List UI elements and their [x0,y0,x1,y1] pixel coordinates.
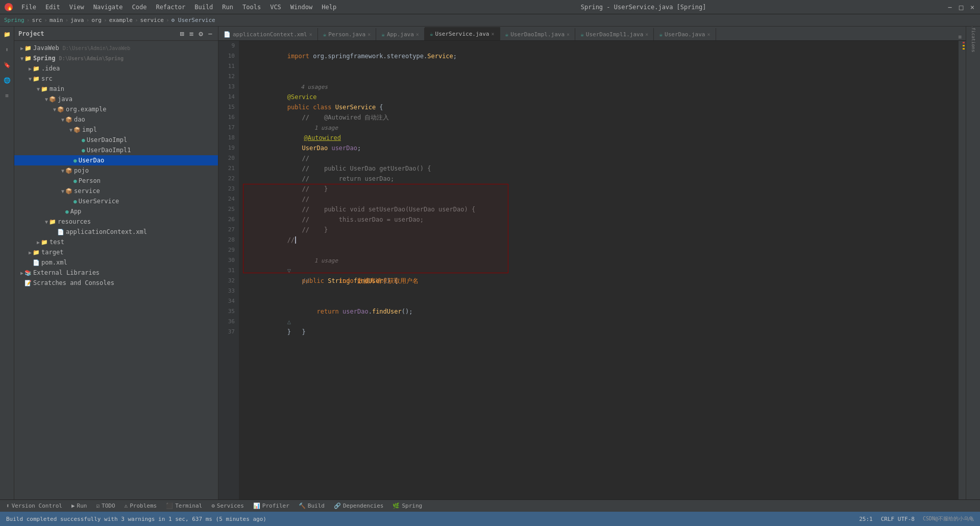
terminal-label: Terminal [175,503,202,509]
tree-item-resources[interactable]: ▼ 📁 resources [14,217,218,227]
project-icon[interactable]: 📁 [2,29,13,40]
web-icon[interactable]: 🌐 [2,75,13,86]
tree-item-target[interactable]: ▶ 📁 target [14,247,218,257]
java-tab-icon: ☕ [381,31,385,38]
tree-item-userservice[interactable]: ▶ ● UserService [14,196,218,206]
breadcrumb-service[interactable]: service [140,17,164,23]
window-title: Spring - UserService.java [Spring] [340,4,946,11]
tree-item-test[interactable]: ▶ 📁 test [14,237,218,247]
tab-close-icon[interactable]: × [309,32,312,37]
tab-run[interactable]: ▶ Run [67,500,91,512]
tab-spring[interactable]: 🌿 Spring [388,500,426,512]
menu-refactor[interactable]: Refactor [152,3,189,12]
tree-item-pomxml[interactable]: ▶ 📄 pom.xml [14,257,218,268]
tab-userdaoimpl[interactable]: ☕ UserDaoImpl.java × [500,28,576,40]
menu-window[interactable]: Window [286,3,316,12]
tree-item-impl[interactable]: ▼ 📦 impl [14,125,218,135]
tree-item-scratches[interactable]: ▶ 📝 Scratches and Consoles [14,278,218,288]
menu-navigate[interactable]: Navigate [89,3,127,12]
notifications-icon[interactable]: Notifications [968,29,979,40]
tab-person[interactable]: ☕ Person.java × [318,28,377,40]
menu-file[interactable]: File [17,3,40,12]
tab-app[interactable]: ☕ App.java × [376,28,425,40]
tab-close-icon[interactable]: × [707,32,710,37]
tree-item-applicationcontext[interactable]: ▶ 📄 applicationContext.xml [14,227,218,237]
minimize-button[interactable]: − [946,4,953,11]
tab-userdaoimpl1[interactable]: ☕ UserDaoImpl1.java × [575,28,654,40]
menu-tools[interactable]: Tools [238,3,265,12]
bookmark-icon[interactable]: 🔖 [2,59,13,70]
sidebar-toolbar: ⊞ ≡ ⚙ − [178,29,214,38]
menu-build[interactable]: Build [190,3,217,12]
breadcrumb-src[interactable]: src [32,17,42,23]
tree-label: service [74,187,100,195]
java-file-icon: ● [65,208,69,215]
tab-todo[interactable]: ☑ TODO [92,500,119,512]
tree-item-spring[interactable]: ▼ 📁 Spring D:\Users\Admin\Spring [14,53,218,63]
code-line-33 [243,286,954,296]
tree-item-javaweb[interactable]: ▶ 📁 JavaWeb D:\Users\Admin\JavaWeb [14,43,218,53]
tab-close-icon[interactable]: × [416,32,419,37]
close-button[interactable]: × [969,4,976,11]
tab-close-icon[interactable]: × [368,32,371,37]
tab-userdao[interactable]: ☕ UserDao.java × [654,28,716,40]
folder-icon: 📁 [41,86,48,92]
tab-services[interactable]: ⚙ Services [207,500,248,512]
tree-item-org-example[interactable]: ▼ 📦 org.example [14,104,218,114]
tab-dependencies[interactable]: 🔗 Dependencies [330,500,387,512]
tree-item-pojo[interactable]: ▼ 📦 pojo [14,165,218,176]
tab-version-control[interactable]: ⬆ Version Control [2,500,66,512]
tree-item-dao[interactable]: ▼ 📦 dao [14,114,218,125]
menu-code[interactable]: Code [128,3,151,12]
code-content[interactable]: import org.springframework.stereotype.Se… [239,41,959,499]
tab-close-icon[interactable]: × [645,32,648,37]
tab-applicationcontext[interactable]: 📄 applicationContext.xml × [218,28,318,40]
scrollbar[interactable] [959,41,966,499]
commit-icon[interactable]: ⬆ [2,44,13,55]
encoding-indicator: CRLF UTF-8 [881,516,915,522]
tab-terminal[interactable]: ⬛ Terminal [162,500,206,512]
tab-build[interactable]: 🔨 Build [295,500,329,512]
tab-profiler[interactable]: 📊 Profiler [249,500,293,512]
tree-item-main[interactable]: ▼ 📁 main [14,84,218,94]
tree-item-external-libs[interactable]: ▶ 📚 External Libraries [14,268,218,278]
menu-help[interactable]: Help [317,3,340,12]
menu-view[interactable]: View [65,3,88,12]
tree-item-java[interactable]: ▼ 📦 java [14,94,218,104]
xml-file-icon: 📄 [33,259,40,266]
sidebar-expand-icon[interactable]: ⊞ [178,29,185,38]
breadcrumb-example[interactable]: example [109,17,133,23]
tab-close-icon[interactable]: × [567,32,570,37]
code-line-26: // } [243,214,954,225]
tab-problems[interactable]: ⚠ Problems [120,500,161,512]
menu-run[interactable]: Run [218,3,237,12]
sidebar-minimize-icon[interactable]: − [207,29,214,38]
structure-icon[interactable]: ≡ [2,90,13,101]
sidebar-settings-icon[interactable]: ⚙ [197,29,204,38]
todo-label: TODO [102,503,115,509]
tree-item-app[interactable]: ▶ ● App [14,206,218,217]
tree-item-userdao[interactable]: ▶ ● UserDao [14,155,218,165]
tree-item-idea[interactable]: ▶ 📁 .idea [14,63,218,74]
tree-item-userdaoimpl[interactable]: ▶ ● UserDaoImpl [14,135,218,145]
sidebar-collapse-icon[interactable]: ≡ [188,29,195,38]
breadcrumb-org[interactable]: org [91,17,102,23]
menu-edit[interactable]: Edit [41,3,64,12]
tree-item-userdaoimpl1[interactable]: ▶ ● UserDaoImpl1 [14,145,218,155]
tab-overflow[interactable]: ≡ [954,34,966,40]
tab-close-icon[interactable]: × [491,31,494,37]
tab-userservice[interactable]: ☕ UserService.java × [425,27,500,40]
tree-item-person[interactable]: ▶ ● Person [14,176,218,186]
maximize-button[interactable]: □ [958,4,965,11]
code-line-17: @Autowired [243,123,954,133]
breadcrumb-main[interactable]: main [50,17,63,23]
code-editor[interactable]: 9 10 11 12 13 14 15 16 17 18 19 20 21 22… [218,41,966,499]
breadcrumb-java[interactable]: java [70,17,84,23]
run-label: Run [77,503,87,509]
menu-vcs[interactable]: VCS [266,3,285,12]
tree-item-service[interactable]: ▼ 📦 service [14,186,218,196]
tree-label: .idea [41,65,60,72]
breadcrumb-userservice[interactable]: ⚙ UserService [172,17,215,23]
tree-item-src[interactable]: ▼ 📁 src [14,74,218,84]
breadcrumb-spring[interactable]: Spring [4,17,24,23]
